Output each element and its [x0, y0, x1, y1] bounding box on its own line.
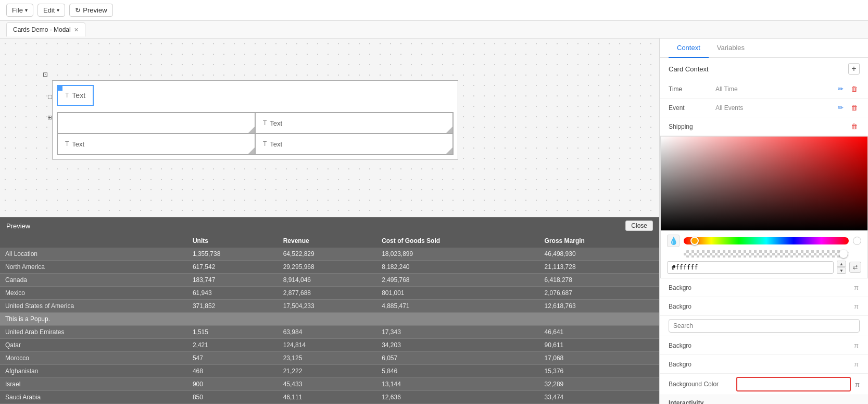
cell-text-icon-1: T: [263, 119, 267, 127]
color-picker-popup: 💧: [660, 136, 868, 278]
color-gradient[interactable]: [661, 137, 867, 230]
delete-time-button[interactable]: 🗑: [848, 83, 860, 95]
context-row-bg4: Backgro π: [660, 355, 868, 374]
card-container[interactable]: ☐ T Text ⊞: [52, 80, 458, 160]
right-panel: Context Variables Card Context + Time Al…: [660, 39, 868, 404]
pi-icon-3: π: [853, 341, 860, 349]
context-row-bg2: Backgro π: [660, 297, 868, 316]
popup-row: This is a Popup.: [0, 313, 659, 326]
preview-label: Preview: [83, 6, 107, 14]
table-cell-empty-top: [57, 113, 255, 133]
hex-row: ▲ ▼ ⇄: [667, 261, 861, 274]
table-wrapper: ⊞ T Text T Tex: [57, 112, 454, 155]
col-header-units: Units: [187, 234, 278, 248]
cell-text-3: Text: [270, 140, 282, 148]
table-cell-text-bottom-left: T Text: [57, 133, 255, 154]
preview-section: Preview Close Units Revenue Cost of Good…: [0, 217, 659, 404]
cell-text-1: Text: [270, 119, 282, 127]
close-preview-button[interactable]: Close: [625, 221, 653, 231]
table-row: Israel90045,43313,14432,289: [0, 378, 659, 391]
frame-icon: ⊡: [43, 71, 48, 78]
table-row: Morocco54723,1256,05717,068: [0, 352, 659, 365]
add-context-button[interactable]: +: [848, 63, 860, 75]
context-row-bg3: Backgro π: [660, 336, 868, 355]
context-row-time: Time All Time ✏ 🗑: [660, 80, 868, 99]
delete-shipping-button[interactable]: 🗑: [848, 121, 860, 132]
col-header-revenue: Revenue: [278, 234, 376, 248]
cell-corner-2: [446, 127, 452, 133]
search-row: [660, 316, 868, 336]
cell-corner-3: [248, 148, 255, 154]
tab-bar: Cards Demo - Modal ✕: [0, 21, 868, 39]
bg1-label: Backgro: [669, 284, 715, 291]
text-type-icon: T: [65, 92, 69, 99]
event-value: All Events: [715, 104, 835, 112]
edit-event-button[interactable]: ✏: [835, 102, 846, 114]
spinner-up[interactable]: ▲: [837, 261, 846, 267]
spinner-button[interactable]: ▲ ▼: [837, 261, 846, 274]
file-label: File: [12, 6, 23, 14]
resize-handle: [57, 85, 62, 91]
preview-button[interactable]: ↻ Preview: [69, 4, 112, 17]
tab-variables[interactable]: Variables: [709, 39, 753, 58]
preview-refresh-icon: ↻: [75, 6, 81, 14]
color-gradient-overlay: [661, 137, 867, 230]
cell-text-icon-3: T: [263, 140, 267, 148]
select-handle-icon: ☐: [47, 94, 53, 101]
toolbar: File ▾ Edit ▾ ↻ Preview: [0, 0, 868, 21]
table-row: Canada183,7478,914,0462,495,7686,418,278: [0, 274, 659, 287]
eyedropper-button[interactable]: 💧: [667, 235, 680, 247]
tab-cards-demo[interactable]: Cards Demo - Modal ✕: [6, 22, 85, 36]
table-element[interactable]: T Text T Text T Text: [57, 112, 454, 155]
hue-row: 💧: [667, 235, 861, 247]
tab-close-icon[interactable]: ✕: [74, 27, 79, 33]
search-input[interactable]: [669, 319, 860, 333]
table-header-row: Units Revenue Cost of Goods Sold Gross M…: [0, 234, 659, 248]
edit-chevron-icon: ▾: [57, 7, 59, 13]
preview-title: Preview: [6, 222, 30, 230]
event-actions: ✏ 🗑: [835, 102, 860, 114]
reset-hex-button[interactable]: ⇄: [849, 262, 861, 273]
col-header-cogs: Cost of Goods Sold: [376, 234, 539, 248]
hue-slider[interactable]: [684, 237, 849, 244]
card-context-header: Card Context +: [660, 58, 868, 80]
color-controls: 💧: [661, 230, 867, 278]
cell-text-2: Text: [72, 140, 84, 148]
col-header-location: [0, 234, 187, 248]
frame-wrapper: ⊡ ☐ T Text ⊞: [52, 80, 458, 160]
shipping-actions: 🗑: [848, 121, 860, 132]
bg4-label: Backgro: [669, 361, 715, 368]
spinner-down[interactable]: ▼: [837, 267, 846, 274]
file-menu-button[interactable]: File ▾: [6, 4, 33, 17]
tab-context[interactable]: Context: [669, 39, 709, 58]
hex-input[interactable]: [667, 261, 834, 274]
time-actions: ✏ 🗑: [835, 83, 860, 95]
delete-event-button[interactable]: 🗑: [848, 102, 860, 114]
canvas-area[interactable]: ⊡ ☐ T Text ⊞: [0, 39, 660, 404]
bg3-label: Backgro: [669, 342, 715, 349]
alpha-thumb: [839, 250, 848, 258]
preview-header: Preview Close: [0, 217, 659, 234]
card-context-title: Card Context: [669, 65, 709, 73]
table-row: Mexico61,9432,877,688801,0012,076,687: [0, 287, 659, 300]
context-row-event: Event All Events ✏ 🗑: [660, 99, 868, 117]
table-row: United States of America371,85217,504,23…: [0, 300, 659, 313]
text-element[interactable]: T Text: [57, 85, 94, 106]
bg2-label: Backgro: [669, 303, 715, 310]
panel-tabs: Context Variables: [660, 39, 868, 58]
alpha-slider[interactable]: [684, 250, 849, 258]
table-row: All Location1,355,73864,522,82918,023,89…: [0, 248, 659, 261]
text-element-wrapper: ☐ T Text: [57, 85, 454, 109]
main-layout: ⊡ ☐ T Text ⊞: [0, 39, 868, 404]
edit-menu-button[interactable]: Edit ▾: [37, 4, 65, 17]
time-value: All Time: [715, 85, 835, 93]
preview-table-container[interactable]: Units Revenue Cost of Goods Sold Gross M…: [0, 234, 659, 404]
shipping-label: Shipping: [669, 123, 715, 130]
edit-time-button[interactable]: ✏: [835, 83, 846, 95]
background-color-label: Background Color: [669, 381, 736, 388]
table-row: North America617,54229,295,9688,182,2402…: [0, 261, 659, 274]
col-header-gm: Gross Margin: [539, 234, 659, 248]
context-row-bg1: Backgro π: [660, 278, 868, 297]
table-row: Saudi Arabia85046,11112,63633,474: [0, 391, 659, 404]
background-color-swatch[interactable]: [736, 377, 851, 391]
